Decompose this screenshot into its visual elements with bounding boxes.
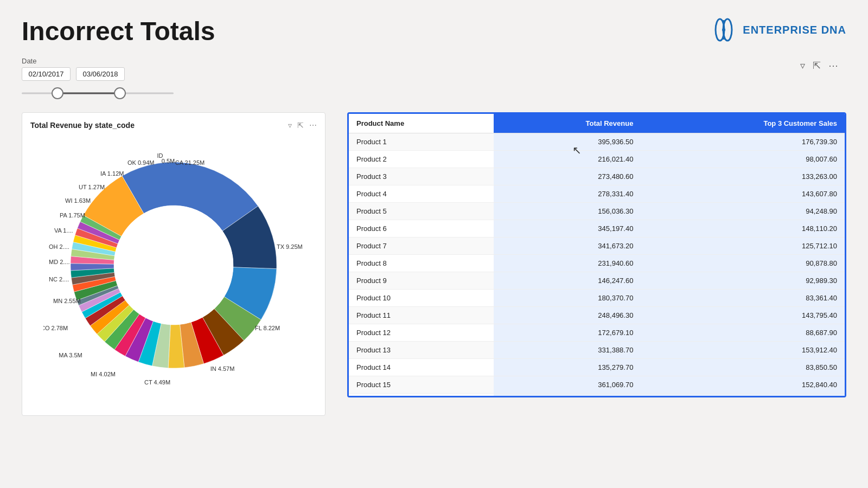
- cell-product-name: Product 7: [349, 237, 494, 255]
- products-table: Product Name Total Revenue Top 3 Custome…: [349, 114, 845, 396]
- cell-top3: 176,739.30: [641, 133, 845, 151]
- svg-text:IA 1.12M: IA 1.12M: [100, 170, 124, 177]
- cell-top3: 90,878.80: [641, 255, 845, 272]
- top-icons-bar: ▿ ⇱ ⋯: [800, 60, 838, 72]
- cell-top3: 88,687.90: [641, 324, 845, 342]
- table-row: Product 6345,197.40148,110.20: [349, 220, 845, 237]
- chart-toolbar: ▿ ⇱ ⋯: [288, 121, 317, 130]
- col-product-name: Product Name: [349, 114, 494, 133]
- cell-top3: 148,110.20: [641, 220, 845, 237]
- cell-product-name: Product 3: [349, 168, 494, 185]
- svg-text:CO 2.78M: CO 2.78M: [43, 325, 68, 331]
- svg-text:OH 2....: OH 2....: [49, 243, 69, 250]
- table-scroll-wrapper[interactable]: Product Name Total Revenue Top 3 Custome…: [349, 114, 845, 396]
- cell-product-name: Product 15: [349, 376, 494, 394]
- table-row: Product 11248,496.30143,795.40: [349, 307, 845, 324]
- svg-text:TX 9.25M: TX 9.25M: [277, 243, 303, 250]
- svg-text:MD 2....: MD 2....: [49, 259, 70, 265]
- svg-text:NC 2....: NC 2....: [49, 276, 69, 282]
- chart-area: CA 21.25M TX 9.25M FL 8.22M IN 4.57M CT …: [30, 135, 317, 395]
- cell-revenue: 172,679.10: [494, 324, 641, 342]
- slider-thumb-end[interactable]: [114, 87, 126, 99]
- slider-thumb-start[interactable]: [52, 87, 63, 99]
- cell-top3: 153,912.40: [641, 342, 845, 359]
- cell-revenue: 146,247.60: [494, 272, 641, 290]
- cell-product-name: Product 9: [349, 272, 494, 290]
- cell-revenue: 231,940.60: [494, 255, 641, 272]
- cell-revenue: 361,069.70: [494, 376, 641, 394]
- cell-top3: 92,989.30: [641, 272, 845, 290]
- cell-product-name: Product 11: [349, 307, 494, 324]
- date-section: Date 02/10/2017 03/06/2018: [22, 57, 846, 101]
- cell-top3: 83,850.50: [641, 359, 845, 376]
- chart-panel: Total Revenue by state_code ▿ ⇱ ⋯ CA 21.…: [22, 112, 326, 416]
- svg-text:MN 2.55M: MN 2.55M: [53, 298, 81, 304]
- cell-revenue: 273,480.60: [494, 168, 641, 185]
- donut-chart-svg: CA 21.25M TX 9.25M FL 8.22M IN 4.57M CT …: [43, 135, 304, 395]
- table-row: Product 16390,543.00131,085.50: [349, 394, 845, 396]
- cell-top3: 94,248.90: [641, 203, 845, 220]
- svg-text:IN 4.57M: IN 4.57M: [210, 365, 235, 372]
- svg-text:0.5M: 0.5M: [162, 158, 175, 164]
- cell-top3: 133,263.00: [641, 168, 845, 185]
- chart-more-icon[interactable]: ⋯: [309, 121, 317, 130]
- table-panel: Product Name Total Revenue Top 3 Custome…: [347, 112, 846, 397]
- main-content: Total Revenue by state_code ▿ ⇱ ⋯ CA 21.…: [22, 112, 846, 416]
- cell-revenue: 248,496.30: [494, 307, 641, 324]
- slider-filled: [54, 93, 119, 94]
- cell-product-name: Product 13: [349, 342, 494, 359]
- cell-revenue: 390,543.00: [494, 394, 641, 396]
- cell-revenue: 180,370.70: [494, 290, 641, 307]
- table-header-row: Product Name Total Revenue Top 3 Custome…: [349, 114, 845, 133]
- end-date-input[interactable]: 03/06/2018: [76, 67, 125, 81]
- col-top3-sales: Top 3 Customer Sales: [641, 114, 845, 133]
- cell-top3: 143,607.80: [641, 185, 845, 203]
- svg-text:OK 0.94M: OK 0.94M: [127, 159, 155, 166]
- table-row: Product 14135,279.7083,850.50: [349, 359, 845, 376]
- page: Incorrect Totals ENTERPRISE DNA ▿ ⇱ ⋯ Da…: [0, 0, 868, 488]
- cell-revenue: 278,331.40: [494, 185, 641, 203]
- cell-product-name: Product 16: [349, 394, 494, 396]
- expand-icon[interactable]: ⇱: [813, 60, 821, 72]
- cell-top3: 98,007.60: [641, 151, 845, 168]
- cell-top3: 143,795.40: [641, 307, 845, 324]
- chart-title-row: Total Revenue by state_code ▿ ⇱ ⋯: [30, 121, 317, 130]
- svg-text:VA 1....: VA 1....: [54, 227, 73, 234]
- enterprise-dna-icon: [710, 16, 737, 43]
- cell-revenue: 156,036.30: [494, 203, 641, 220]
- table-row: Product 7341,673.20125,712.10: [349, 237, 845, 255]
- more-options-icon[interactable]: ⋯: [828, 60, 838, 72]
- cell-revenue: 345,197.40: [494, 220, 641, 237]
- cell-revenue: 341,673.20: [494, 237, 641, 255]
- cell-product-name: Product 1: [349, 133, 494, 151]
- cell-top3: 125,712.10: [641, 237, 845, 255]
- table-row: Product 1395,936.50176,739.30: [349, 133, 845, 151]
- table-row: Product 2216,021.4098,007.60: [349, 151, 845, 168]
- date-range-slider[interactable]: [22, 85, 174, 101]
- table-row: Product 10180,370.7083,361.40: [349, 290, 845, 307]
- filter-icon[interactable]: ▿: [800, 60, 805, 72]
- svg-point-5: [114, 206, 233, 325]
- table-row: Product 13331,388.70153,912.40: [349, 342, 845, 359]
- cell-top3: 83,361.40: [641, 290, 845, 307]
- svg-point-4: [722, 36, 725, 40]
- table-row: Product 15361,069.70152,840.40: [349, 376, 845, 394]
- chart-filter-icon[interactable]: ▿: [288, 121, 292, 130]
- svg-text:PA 1.75M: PA 1.75M: [60, 212, 85, 219]
- cell-product-name: Product 5: [349, 203, 494, 220]
- start-date-input[interactable]: 02/10/2017: [22, 67, 71, 81]
- logo-area: ENTERPRISE DNA: [710, 16, 846, 43]
- chart-expand-icon[interactable]: ⇱: [297, 121, 304, 130]
- cell-product-name: Product 12: [349, 324, 494, 342]
- date-inputs: 02/10/2017 03/06/2018: [22, 67, 846, 81]
- date-label: Date: [22, 57, 846, 65]
- svg-text:MI 4.02M: MI 4.02M: [91, 371, 116, 377]
- table-row: Product 8231,940.6090,878.80: [349, 255, 845, 272]
- cell-product-name: Product 2: [349, 151, 494, 168]
- svg-text:CA 21.25M: CA 21.25M: [175, 159, 205, 166]
- svg-text:CT 4.49M: CT 4.49M: [144, 379, 170, 386]
- logo-text: ENTERPRISE DNA: [743, 24, 846, 36]
- chart-title: Total Revenue by state_code: [30, 121, 135, 130]
- cell-revenue: 135,279.70: [494, 359, 641, 376]
- cell-revenue: 331,388.70: [494, 342, 641, 359]
